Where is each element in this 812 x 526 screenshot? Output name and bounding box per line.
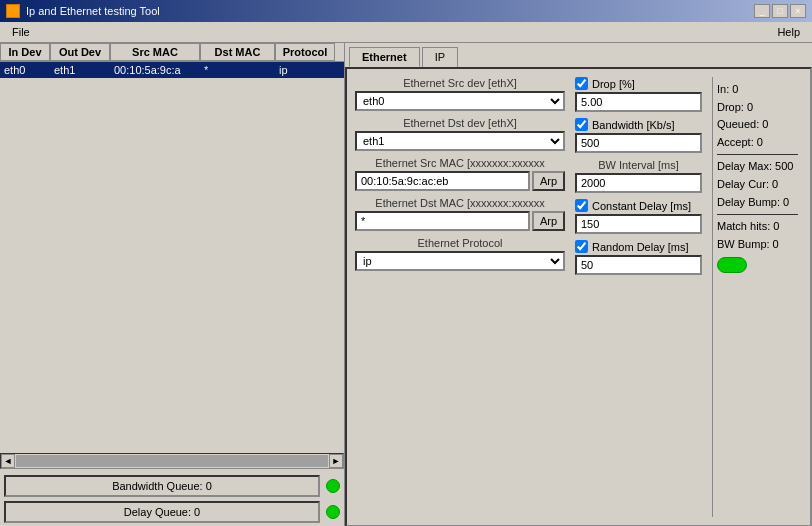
stat-queued: Queued: 0: [717, 116, 798, 134]
help-menu[interactable]: Help: [769, 24, 808, 40]
stats-panel: In: 0 Drop: 0 Queued: 0 Accept: 0 Delay …: [712, 77, 802, 517]
cell-outdev: eth1: [50, 62, 110, 78]
cell-srcmac: 00:10:5a:9c:a: [110, 62, 200, 78]
cell-indev: eth0: [0, 62, 50, 78]
protocol-group: Ethernet Protocol ip: [355, 237, 565, 271]
constant-delay-group: Constant Delay [ms]: [575, 199, 702, 234]
cell-dstmac: *: [200, 62, 275, 78]
src-dev-select[interactable]: eth0: [355, 91, 565, 111]
col-header-proto: Protocol: [275, 43, 335, 61]
tab-ethernet[interactable]: Ethernet: [349, 47, 420, 67]
stat-bw-bump: BW Bump: 0: [717, 236, 798, 254]
app-icon: [6, 4, 20, 18]
constant-delay-checkbox-row: Constant Delay [ms]: [575, 199, 702, 212]
col-header-srcmac: Src MAC: [110, 43, 200, 61]
delay-queue-row: Delay Queue: 0: [4, 501, 340, 523]
right-panel: Ethernet IP Ethernet Src dev [ethX] eth0…: [345, 43, 812, 526]
stat-in: In: 0: [717, 81, 798, 99]
bandwidth-checkbox[interactable]: [575, 118, 588, 131]
drop-group: Drop [%]: [575, 77, 702, 112]
random-delay-checkbox-row: Random Delay [ms]: [575, 240, 702, 253]
bandwidth-queue-row: Bandwidth Queue: 0: [4, 475, 340, 497]
dst-dev-select[interactable]: eth1: [355, 131, 565, 151]
protocol-label: Ethernet Protocol: [355, 237, 565, 249]
delay-queue-bar: Delay Queue: 0: [4, 501, 320, 523]
minimize-button[interactable]: _: [754, 4, 770, 18]
src-mac-input[interactable]: [355, 171, 530, 191]
file-menu[interactable]: File: [4, 24, 38, 40]
random-delay-input[interactable]: [575, 255, 702, 275]
scroll-left-btn[interactable]: ◄: [1, 454, 15, 468]
title-text: Ip and Ethernet testing Tool: [26, 5, 160, 17]
table-row[interactable]: eth0 eth1 00:10:5a:9c:a * ip: [0, 62, 344, 78]
stat-delay-bump: Delay Bump: 0: [717, 194, 798, 212]
dst-dev-group: Ethernet Dst dev [ethX] eth1: [355, 117, 565, 151]
delay-queue-indicator: [326, 505, 340, 519]
stat-drop: Drop: 0: [717, 99, 798, 117]
horizontal-scrollbar[interactable]: ◄ ►: [0, 453, 344, 469]
tab-ip[interactable]: IP: [422, 47, 458, 67]
bandwidth-checkbox-row: Bandwidth [Kb/s]: [575, 118, 702, 131]
tab-content: Ethernet Src dev [ethX] eth0 Ethernet Ds…: [345, 67, 812, 526]
menu-bar: File Help: [0, 22, 812, 43]
stat-accept: Accept: 0: [717, 134, 798, 152]
tabs: Ethernet IP: [345, 43, 812, 67]
stat-delay-max: Delay Max: 500: [717, 158, 798, 176]
bandwidth-queue-indicator: [326, 479, 340, 493]
random-delay-label: Random Delay [ms]: [592, 241, 689, 253]
bw-interval-input[interactable]: [575, 173, 702, 193]
scroll-right-btn[interactable]: ►: [329, 454, 343, 468]
col-header-indev: In Dev: [0, 43, 50, 61]
table-body: eth0 eth1 00:10:5a:9c:a * ip: [0, 62, 344, 451]
maximize-button[interactable]: □: [772, 4, 788, 18]
drop-value-input[interactable]: [575, 92, 702, 112]
dst-mac-label: Ethernet Dst MAC [xxxxxxx:xxxxxx: [355, 197, 565, 209]
drop-checkbox-row: Drop [%]: [575, 77, 702, 90]
dst-dev-label: Ethernet Dst dev [ethX]: [355, 117, 565, 129]
checkbox-column: Drop [%] Bandwidth [Kb/s] BW Interval [m…: [575, 77, 702, 517]
delay-queue-label: Delay Queue: 0: [124, 506, 200, 518]
close-button[interactable]: ×: [790, 4, 806, 18]
scroll-track[interactable]: [16, 455, 328, 467]
left-panel: In Dev Out Dev Src MAC Dst MAC Protocol …: [0, 43, 345, 526]
src-dev-label: Ethernet Src dev [ethX]: [355, 77, 565, 89]
src-mac-arp-button[interactable]: Arp: [532, 171, 565, 191]
drop-checkbox[interactable]: [575, 77, 588, 90]
bandwidth-value-input[interactable]: [575, 133, 702, 153]
bw-interval-label: BW Interval [ms]: [575, 159, 702, 171]
bandwidth-queue-bar: Bandwidth Queue: 0: [4, 475, 320, 497]
dst-mac-input[interactable]: [355, 211, 530, 231]
constant-delay-input[interactable]: [575, 214, 702, 234]
stats-divider-2: [717, 214, 798, 215]
stats-divider-1: [717, 154, 798, 155]
constant-delay-checkbox[interactable]: [575, 199, 588, 212]
random-delay-group: Random Delay [ms]: [575, 240, 702, 275]
src-mac-label: Ethernet Src MAC [xxxxxxx:xxxxxx: [355, 157, 565, 169]
protocol-select[interactable]: ip: [355, 251, 565, 271]
dst-mac-arp-button[interactable]: Arp: [532, 211, 565, 231]
dst-mac-group: Ethernet Dst MAC [xxxxxxx:xxxxxx Arp: [355, 197, 565, 231]
src-dev-group: Ethernet Src dev [ethX] eth0: [355, 77, 565, 111]
src-mac-group: Ethernet Src MAC [xxxxxxx:xxxxxx Arp: [355, 157, 565, 191]
bandwidth-label: Bandwidth [Kb/s]: [592, 119, 675, 131]
col-header-dstmac: Dst MAC: [200, 43, 275, 61]
stat-delay-cur: Delay Cur: 0: [717, 176, 798, 194]
bw-interval-group: BW Interval [ms]: [575, 159, 702, 193]
constant-delay-label: Constant Delay [ms]: [592, 200, 691, 212]
table-header: In Dev Out Dev Src MAC Dst MAC Protocol: [0, 43, 344, 62]
bottom-indicators: Bandwidth Queue: 0 Delay Queue: 0: [0, 471, 344, 526]
bandwidth-queue-label: Bandwidth Queue: 0: [112, 480, 212, 492]
stat-match-hits: Match hits: 0: [717, 218, 798, 236]
green-status-indicator: [717, 257, 747, 273]
bandwidth-group: Bandwidth [Kb/s]: [575, 118, 702, 153]
col-header-outdev: Out Dev: [50, 43, 110, 61]
drop-label: Drop [%]: [592, 78, 635, 90]
cell-proto: ip: [275, 62, 335, 78]
form-column: Ethernet Src dev [ethX] eth0 Ethernet Ds…: [355, 77, 565, 517]
title-bar: Ip and Ethernet testing Tool _ □ ×: [0, 0, 812, 22]
random-delay-checkbox[interactable]: [575, 240, 588, 253]
